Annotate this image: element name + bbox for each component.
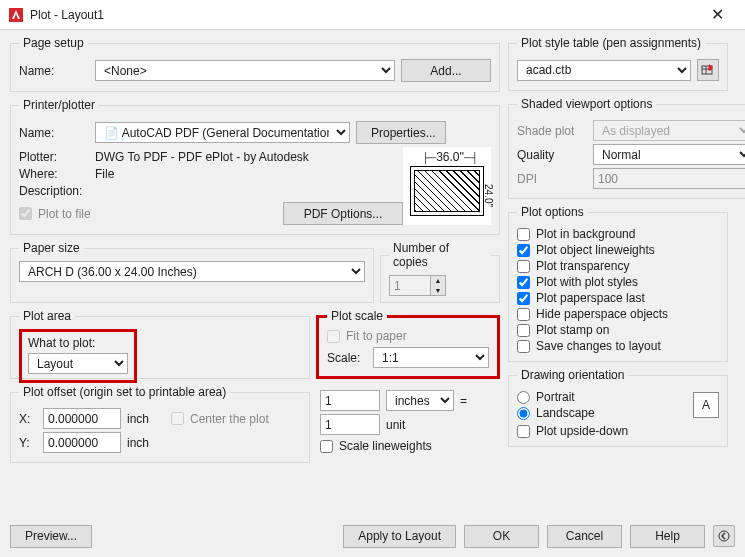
plot-paperspace-label: Plot paperspace last [536, 291, 645, 305]
dialog-footer: Preview... Apply to Layout OK Cancel Hel… [0, 515, 745, 557]
copies-spinner: ▲▼ [431, 275, 446, 296]
where-value: File [95, 167, 114, 181]
scale-units-input[interactable] [320, 390, 380, 411]
paper-preview: ├─36.0''─┤ 24.0'' [403, 147, 491, 225]
apply-to-layout-button[interactable]: Apply to Layout [343, 525, 456, 548]
fit-to-paper-label: Fit to paper [346, 329, 407, 343]
plot-styles-checkbox[interactable] [517, 276, 530, 289]
plot-bg-checkbox[interactable] [517, 228, 530, 241]
plot-scale-group: Plot scale Fit to paper Scale: 1:1 [316, 309, 500, 379]
chevron-left-icon [718, 530, 730, 542]
window-title: Plot - Layout1 [30, 8, 697, 22]
plotter-label: Plotter: [19, 150, 89, 164]
scale-unit-label: unit [386, 418, 405, 432]
collapse-button[interactable] [713, 525, 735, 547]
offset-y-label: Y: [19, 436, 37, 450]
ok-button[interactable]: OK [464, 525, 539, 548]
paper-size-legend: Paper size [19, 241, 84, 255]
dpi-label: DPI [517, 172, 587, 186]
shade-plot-label: Shade plot [517, 124, 587, 138]
plotter-value: DWG To PDF - PDF ePlot - by Autodesk [95, 150, 309, 164]
scale-units-select[interactable]: inches [386, 390, 454, 411]
offset-y-unit: inch [127, 436, 149, 450]
printer-name-label: Name: [19, 126, 89, 140]
center-plot-checkbox [171, 412, 184, 425]
plot-tr-checkbox[interactable] [517, 260, 530, 273]
hide-paperspace-checkbox[interactable] [517, 308, 530, 321]
close-button[interactable]: ✕ [697, 5, 737, 24]
copies-legend: Number of copies [389, 241, 491, 269]
fit-to-paper-checkbox [327, 330, 340, 343]
paper-size-select[interactable]: ARCH D (36.00 x 24.00 Inches) [19, 261, 365, 282]
what-to-plot-label: What to plot: [28, 336, 128, 350]
plot-bg-label: Plot in background [536, 227, 635, 241]
printer-properties-button[interactable]: Properties... [356, 121, 446, 144]
printer-legend: Printer/plotter [19, 98, 99, 112]
plot-stamp-checkbox[interactable] [517, 324, 530, 337]
scale-lineweights-label: Scale lineweights [339, 439, 432, 453]
plot-offset-group: Plot offset (origin set to printable are… [10, 385, 310, 463]
plot-styles-label: Plot with plot styles [536, 275, 638, 289]
scale-label: Scale: [327, 351, 367, 365]
plot-style-table-legend: Plot style table (pen assignments) [517, 36, 705, 50]
offset-x-label: X: [19, 412, 37, 426]
center-plot-label: Center the plot [190, 412, 269, 426]
plot-area-legend: Plot area [19, 309, 75, 323]
copies-group: Number of copies ▲▼ [380, 241, 500, 303]
printer-name-select[interactable]: 📄 AutoCAD PDF (General Documentation).pc… [95, 122, 350, 143]
table-edit-icon [701, 63, 715, 77]
plot-tr-label: Plot transparency [536, 259, 629, 273]
what-to-plot-select[interactable]: Layout [28, 353, 128, 374]
page-setup-name-select[interactable]: <None> [95, 60, 395, 81]
page-setup-group: Page setup Name: <None> Add... [10, 36, 500, 92]
plot-scale-legend: Plot scale [327, 309, 387, 323]
paper-width-dim: ├─36.0''─┤ [422, 150, 478, 164]
upside-down-checkbox[interactable] [517, 425, 530, 438]
plot-options-group: Plot options Plot in background Plot obj… [508, 205, 728, 362]
description-label: Description: [19, 184, 89, 198]
portrait-label: Portrait [536, 390, 575, 404]
svg-point-2 [719, 531, 729, 541]
plot-style-table-group: Plot style table (pen assignments) acad.… [508, 36, 728, 91]
help-button[interactable]: Help [630, 525, 705, 548]
upside-down-label: Plot upside-down [536, 424, 628, 438]
where-label: Where: [19, 167, 89, 181]
scale-select[interactable]: 1:1 [373, 347, 489, 368]
orientation-legend: Drawing orientation [517, 368, 628, 382]
plot-area-group: Plot area What to plot: Layout [10, 309, 310, 379]
pdf-options-button[interactable]: PDF Options... [283, 202, 403, 225]
quality-select[interactable]: Normal [593, 144, 745, 165]
page-setup-legend: Page setup [19, 36, 88, 50]
shaded-viewport-group: Shaded viewport options Shade plot As di… [508, 97, 745, 199]
orientation-group: Drawing orientation Portrait Landscape A… [508, 368, 728, 447]
page-setup-add-button[interactable]: Add... [401, 59, 491, 82]
offset-y-input[interactable] [43, 432, 121, 453]
dpi-input [593, 168, 745, 189]
preview-button[interactable]: Preview... [10, 525, 92, 548]
plot-stamp-label: Plot stamp on [536, 323, 609, 337]
copies-input [389, 275, 431, 296]
save-changes-checkbox[interactable] [517, 340, 530, 353]
printer-group: Printer/plotter Name: 📄 AutoCAD PDF (Gen… [10, 98, 500, 235]
plot-options-legend: Plot options [517, 205, 588, 219]
scale-lineweights-checkbox[interactable] [320, 440, 333, 453]
orientation-icon: A [693, 392, 719, 418]
save-changes-label: Save changes to layout [536, 339, 661, 353]
hide-paperspace-label: Hide paperspace objects [536, 307, 668, 321]
plot-style-table-select[interactable]: acad.ctb [517, 60, 691, 81]
edit-style-table-button[interactable] [697, 59, 719, 81]
scale-unit-input[interactable] [320, 414, 380, 435]
portrait-radio[interactable] [517, 391, 530, 404]
landscape-radio[interactable] [517, 407, 530, 420]
landscape-label: Landscape [536, 406, 595, 420]
app-logo-icon [8, 7, 24, 23]
shaded-viewport-legend: Shaded viewport options [517, 97, 656, 111]
scale-equals: = [460, 394, 467, 408]
plot-to-file-checkbox [19, 207, 32, 220]
shade-plot-select: As displayed [593, 120, 745, 141]
cancel-button[interactable]: Cancel [547, 525, 622, 548]
offset-x-input[interactable] [43, 408, 121, 429]
plot-lw-checkbox[interactable] [517, 244, 530, 257]
title-bar: Plot - Layout1 ✕ [0, 0, 745, 30]
plot-paperspace-checkbox[interactable] [517, 292, 530, 305]
